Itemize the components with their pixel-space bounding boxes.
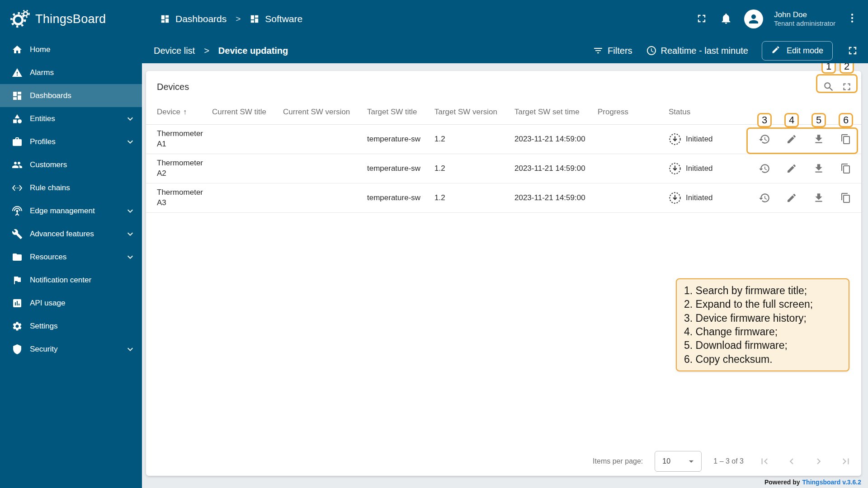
api-usage-icon (12, 298, 23, 309)
clock-icon (646, 45, 657, 56)
items-per-page-label: Items per page: (593, 457, 643, 465)
change-firmware-button[interactable] (783, 160, 801, 178)
table-row[interactable]: Thermometer A1 temperature-sw 1.2 2023-1… (146, 124, 861, 154)
col-actions (746, 100, 861, 124)
filters-button[interactable]: Filters (593, 45, 632, 56)
change-firmware-button[interactable] (783, 189, 801, 207)
col-target-sw-title[interactable]: Target SW title (367, 100, 434, 124)
row-actions (746, 189, 861, 207)
sidebar-item-customers[interactable]: Customers (0, 153, 142, 176)
sidebar-item-api-usage[interactable]: API usage (0, 291, 142, 314)
col-current-sw-version[interactable]: Current SW version (283, 100, 367, 124)
cell-status: Initiated (669, 124, 746, 154)
sidebar-nav: Home Alarms Dashboards Entities Profiles… (0, 38, 142, 361)
copy-checksum-button[interactable] (837, 160, 855, 178)
search-button[interactable] (820, 78, 838, 96)
breadcrumb: Dashboards > Software (160, 14, 302, 24)
rule-chains-icon (12, 183, 23, 193)
brand-name: ThingsBoard (35, 12, 106, 26)
download-firmware-button[interactable] (810, 160, 828, 178)
devices-widget: Devices Device↑ Current SW title Current… (146, 71, 861, 476)
edit-mode-button[interactable]: Edit mode (762, 41, 833, 61)
copy-checksum-button[interactable] (837, 189, 855, 207)
col-target-sw-set-time[interactable]: Target SW set time (514, 100, 598, 124)
col-current-sw-title[interactable]: Current SW title (212, 100, 283, 124)
brand-logo[interactable]: ThingsBoard (0, 0, 142, 38)
devices-table: Device↑ Current SW title Current SW vers… (146, 100, 861, 213)
sidebar-item-edge-management[interactable]: Edge management (0, 199, 142, 222)
items-per-page-select[interactable]: 10 (655, 451, 702, 472)
chevron-down-icon (125, 344, 136, 355)
firmware-history-button[interactable] (755, 160, 774, 178)
dashboard-breadcrumb-root[interactable]: Device list (154, 46, 195, 56)
download-firmware-button[interactable] (810, 130, 828, 148)
powered-by: Powered by Thingsboard v.3.6.2 (142, 476, 868, 488)
entities-icon (12, 113, 23, 124)
page-range-label: 1 – 3 of 3 (713, 457, 744, 465)
cell-device: Thermometer A1 (146, 124, 212, 154)
sidebar-item-security[interactable]: Security (0, 338, 142, 361)
sidebar-item-advanced-features[interactable]: Advanced features (0, 222, 142, 245)
col-target-sw-version[interactable]: Target SW version (434, 100, 514, 124)
firmware-history-button[interactable] (755, 189, 774, 207)
cell-target-sw-title: temperature-sw (367, 124, 434, 154)
col-progress[interactable]: Progress (598, 100, 669, 124)
row-actions (746, 130, 861, 148)
bell-icon[interactable] (720, 12, 733, 26)
sidebar-item-home[interactable]: Home (0, 38, 142, 61)
cell-current-sw-version (283, 124, 367, 154)
sidebar-item-notification-center[interactable]: Notification center (0, 268, 142, 291)
customers-icon (12, 160, 23, 170)
user-role: Tenant administrator (774, 19, 835, 28)
last-page-button[interactable] (837, 452, 855, 470)
col-status[interactable]: Status (669, 100, 746, 124)
widget-fullscreen-button[interactable] (838, 78, 856, 96)
table-row[interactable]: Thermometer A3 temperature-sw 1.2 2023-1… (146, 183, 861, 212)
fullscreen-icon[interactable] (695, 12, 709, 26)
sort-asc-icon: ↑ (183, 108, 187, 116)
expand-dashboard-icon[interactable] (846, 44, 859, 57)
prev-page-button[interactable] (783, 452, 801, 470)
first-page-button[interactable] (755, 452, 774, 470)
table-row[interactable]: Thermometer A2 temperature-sw 1.2 2023-1… (146, 154, 861, 183)
sidebar-item-entities[interactable]: Entities (0, 107, 142, 130)
home-icon (12, 44, 23, 55)
user-name: John Doe (774, 10, 835, 19)
user-menu[interactable]: John Doe Tenant administrator (774, 10, 835, 28)
sidebar-item-resources[interactable]: Resources (0, 245, 142, 268)
firmware-history-button[interactable] (755, 130, 774, 148)
next-page-button[interactable] (810, 452, 828, 470)
breadcrumb-separator: > (204, 46, 209, 56)
sidebar-item-rule-chains[interactable]: Rule chains (0, 176, 142, 199)
dashboards-icon (12, 90, 23, 101)
sidebar-item-alarms[interactable]: Alarms (0, 61, 142, 84)
col-device[interactable]: Device↑ (146, 100, 212, 124)
table-header-row: Device↑ Current SW title Current SW vers… (146, 100, 861, 124)
cell-target-sw-version: 1.2 (434, 124, 514, 154)
timewindow-button[interactable]: Realtime - last minute (646, 45, 748, 56)
change-firmware-button[interactable] (783, 130, 801, 148)
security-shield-icon (12, 344, 23, 355)
sidebar-item-settings[interactable]: Settings (0, 314, 142, 338)
dashboard-breadcrumb-current: Device updating (218, 46, 288, 56)
edit-pencil-icon (771, 45, 782, 56)
sidebar-item-profiles[interactable]: Profiles (0, 130, 142, 153)
edge-management-icon (12, 206, 23, 216)
main-content: Devices Device↑ Current SW title Current… (142, 63, 868, 488)
advanced-features-icon (12, 229, 23, 239)
sidebar: ThingsBoard Home Alarms Dashboards Entit… (0, 0, 142, 488)
kebab-menu-icon[interactable] (846, 12, 860, 26)
status-initiated-icon (669, 162, 681, 175)
chevron-down-icon (125, 136, 136, 147)
topbar-actions: John Doe Tenant administrator (695, 9, 860, 28)
copy-checksum-button[interactable] (837, 130, 855, 148)
dashboards-icon (160, 14, 170, 24)
thingsboard-version-link[interactable]: Thingsboard v.3.6.2 (802, 479, 861, 486)
download-firmware-button[interactable] (810, 189, 828, 207)
alarms-icon (12, 67, 23, 78)
cell-target-sw-set-time: 2023-11-21 14:59:00 (514, 124, 598, 154)
paginator: Items per page: 10 1 – 3 of 3 (146, 447, 861, 476)
sidebar-item-dashboards[interactable]: Dashboards (0, 84, 142, 107)
avatar[interactable] (744, 9, 763, 28)
breadcrumb-root[interactable]: Dashboards (175, 14, 226, 24)
